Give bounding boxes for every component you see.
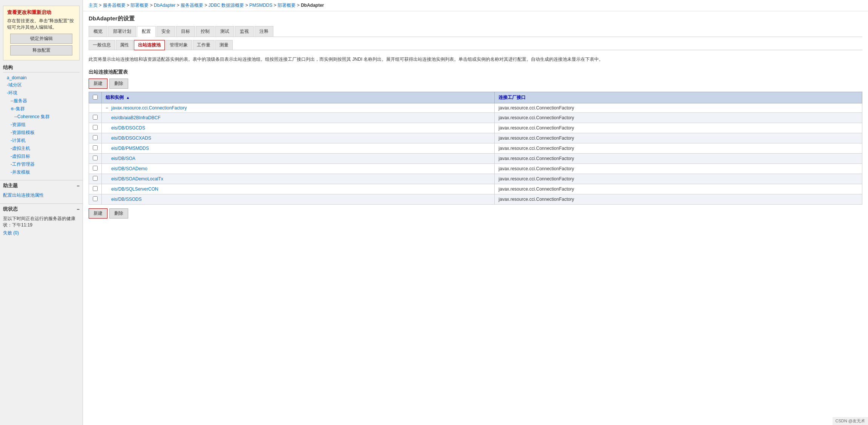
watermark: CSDN @友无术 bbox=[833, 417, 868, 425]
status-header[interactable]: 统状态 − bbox=[3, 206, 80, 212]
table-header-group-instance[interactable]: 组和实例 ▲ bbox=[102, 92, 495, 103]
instance-name-cell: eis/DB/SSODS bbox=[102, 194, 495, 205]
tree-item-vtarget[interactable]: -虚拟目标 bbox=[3, 152, 80, 160]
row-checkbox-cell bbox=[89, 194, 102, 205]
help-link-outbound[interactable]: 配置出站连接池属性 bbox=[3, 192, 80, 199]
row-checkbox-cell bbox=[89, 133, 102, 143]
instance-factory-cell: javax.resource.cci.ConnectionFactory bbox=[495, 143, 862, 154]
new-button-top[interactable]: 新建 bbox=[89, 79, 107, 89]
row-checkbox[interactable] bbox=[93, 115, 98, 120]
instance-link[interactable]: eis/DB/SOA bbox=[111, 156, 135, 161]
help-header[interactable]: 助主题 − bbox=[3, 182, 80, 189]
row-checkbox[interactable] bbox=[93, 176, 98, 181]
breadcrumb-deploy-overview[interactable]: 部署概要 bbox=[130, 3, 149, 8]
tree-item-restemplate[interactable]: -资源组模板 bbox=[3, 129, 80, 137]
help-section: 助主题 − 配置出站连接池属性 bbox=[0, 180, 83, 202]
tab-security[interactable]: 安全 bbox=[156, 26, 175, 37]
subtab-workload[interactable]: 工作量 bbox=[193, 40, 215, 50]
group-name-cell: − javax.resource.cci.ConnectionFactory bbox=[102, 103, 495, 113]
tree-item-vhost[interactable]: -虚拟主机 bbox=[3, 145, 80, 152]
breadcrumb-server-overview2[interactable]: 服务器概要 bbox=[181, 3, 203, 8]
tab-deploy-plan[interactable]: 部署计划 bbox=[108, 26, 136, 37]
top-action-buttons: 新建 删除 bbox=[89, 79, 862, 89]
row-checkbox[interactable] bbox=[93, 135, 98, 140]
page-title: DbAdapter的设置 bbox=[89, 15, 862, 22]
tree-item-cluster[interactable]: ⊕-集群 bbox=[3, 105, 80, 113]
tree-item-env[interactable]: -环境 bbox=[3, 89, 80, 97]
lock-edit-button[interactable]: 锁定并编辑 bbox=[10, 34, 72, 44]
tree-item-workmgr[interactable]: -工作管理器 bbox=[3, 160, 80, 168]
sub-tabs: 一般信息 属性 出站连接池 管理对象 工作量 测量 bbox=[89, 40, 862, 50]
delete-button-bottom[interactable]: 删除 bbox=[109, 208, 128, 219]
breadcrumb-dbadapter1[interactable]: DbAdapter bbox=[154, 3, 175, 8]
row-checkbox[interactable] bbox=[93, 186, 98, 191]
table-row: eis/db/aiaB2BInfraDBCF javax.resource.cc… bbox=[89, 113, 862, 123]
structure-section: 结构 a_domain -域分区 -环境 --服务器 ⊕-集群 --Cohere… bbox=[0, 62, 83, 178]
table-title: 出站连接池配置表 bbox=[89, 69, 862, 75]
breadcrumb-deploy-overview2[interactable]: 部署概要 bbox=[278, 3, 296, 8]
instance-factory-cell: javax.resource.cci.ConnectionFactory bbox=[495, 123, 862, 133]
status-failed[interactable]: 失败 (0) bbox=[3, 230, 80, 236]
status-title: 统状态 bbox=[3, 206, 18, 212]
row-checkbox[interactable] bbox=[93, 156, 98, 160]
instance-link[interactable]: eis/DB/DSGCDS bbox=[111, 125, 145, 131]
instance-link[interactable]: eis/DB/SQLServerCON bbox=[111, 186, 158, 192]
tab-monitor[interactable]: 监视 bbox=[235, 26, 254, 37]
select-all-checkbox[interactable] bbox=[93, 95, 98, 100]
subtab-measurement[interactable]: 测量 bbox=[215, 40, 233, 50]
row-checkbox-cell bbox=[89, 113, 102, 123]
status-section: 统状态 − 至以下时间正在运行的服务器的健康状：下午11:19 失败 (0) bbox=[0, 203, 83, 239]
tab-config[interactable]: 配置 bbox=[137, 26, 156, 37]
tree-item-domain[interactable]: a_domain bbox=[3, 74, 80, 81]
new-button-bottom[interactable]: 新建 bbox=[89, 208, 107, 219]
status-collapse-icon: − bbox=[77, 206, 80, 212]
tab-overview[interactable]: 概览 bbox=[89, 26, 107, 37]
tab-notes[interactable]: 注释 bbox=[255, 26, 273, 37]
instance-name-cell: eis/DB/SQLServerCON bbox=[102, 184, 495, 194]
delete-button-top[interactable]: 删除 bbox=[109, 79, 128, 89]
instance-link[interactable]: eis/DB/SOADemoLocalTx bbox=[111, 176, 163, 182]
table-row: eis/DB/DSGCDS javax.resource.cci.Connect… bbox=[89, 123, 862, 133]
sidebar-alert: 查看更改和重新启动 存在暂挂更改。单击"释放配置"按钮可允许其他人编辑域。 锁定… bbox=[3, 6, 80, 60]
help-title: 助主题 bbox=[3, 182, 18, 189]
expand-icon[interactable]: − bbox=[106, 105, 108, 111]
tree-item-coherence[interactable]: --Coherence 集群 bbox=[3, 113, 80, 121]
alert-title: 查看更改和重新启动 bbox=[7, 9, 75, 16]
tab-control[interactable]: 控制 bbox=[196, 26, 215, 37]
table-row: eis/DB/SQLServerCON javax.resource.cci.C… bbox=[89, 184, 862, 194]
subtab-admin-objects[interactable]: 管理对象 bbox=[166, 40, 192, 50]
row-checkbox-cell bbox=[89, 184, 102, 194]
tree-item-machine[interactable]: -计算机 bbox=[3, 137, 80, 145]
row-checkbox-cell bbox=[89, 103, 102, 113]
content-area: 此页将显示出站连接池组和该资源适配器实例的表。表中的顶级条目表示出站连接池组。组… bbox=[83, 50, 868, 224]
status-content: 至以下时间正在运行的服务器的健康状：下午11:19 失败 (0) bbox=[3, 214, 80, 237]
instance-factory-cell: javax.resource.cci.ConnectionFactory bbox=[495, 133, 862, 143]
subtab-properties[interactable]: 属性 bbox=[116, 40, 133, 50]
instance-link[interactable]: eis/db/aiaB2BInfraDBCF bbox=[111, 115, 161, 120]
row-checkbox[interactable] bbox=[93, 166, 98, 171]
subtab-outbound[interactable]: 出站连接池 bbox=[134, 40, 165, 50]
instance-name-cell: eis/DB/DSGCXADS bbox=[102, 133, 495, 143]
tree-item-resgroup[interactable]: -资源组 bbox=[3, 121, 80, 129]
subtab-general[interactable]: 一般信息 bbox=[89, 40, 115, 50]
instance-link[interactable]: eis/DB/DSGCXADS bbox=[111, 136, 151, 141]
tab-target[interactable]: 目标 bbox=[176, 26, 195, 37]
row-checkbox[interactable] bbox=[93, 196, 98, 201]
tab-test[interactable]: 测试 bbox=[215, 26, 234, 37]
tree-item-partition[interactable]: -域分区 bbox=[3, 81, 80, 89]
row-checkbox[interactable] bbox=[93, 125, 98, 130]
tree-item-concurrent[interactable]: -并发模板 bbox=[3, 168, 80, 176]
group-link[interactable]: javax.resource.cci.ConnectionFactory bbox=[111, 105, 187, 111]
instance-link[interactable]: eis/DB/SOADemo bbox=[111, 166, 147, 171]
table-header-connection-factory: 连接工厂接口 bbox=[495, 92, 862, 103]
help-collapse-icon: − bbox=[77, 183, 80, 189]
instance-link[interactable]: eis/DB/SSODS bbox=[111, 197, 142, 202]
row-checkbox[interactable] bbox=[93, 145, 98, 150]
release-config-button[interactable]: 释放配置 bbox=[10, 45, 72, 55]
tree-item-server[interactable]: --服务器 bbox=[3, 97, 80, 105]
instance-link[interactable]: eis/DB/PMSMDDS bbox=[111, 146, 149, 151]
breadcrumb-home[interactable]: 主页 bbox=[89, 3, 98, 8]
breadcrumb-jdbc[interactable]: JDBC 数据源概要 bbox=[209, 3, 244, 8]
breadcrumb-pmsmdds[interactable]: PMSMDDS bbox=[249, 3, 272, 8]
breadcrumb-server-overview[interactable]: 服务器概要 bbox=[103, 3, 126, 8]
